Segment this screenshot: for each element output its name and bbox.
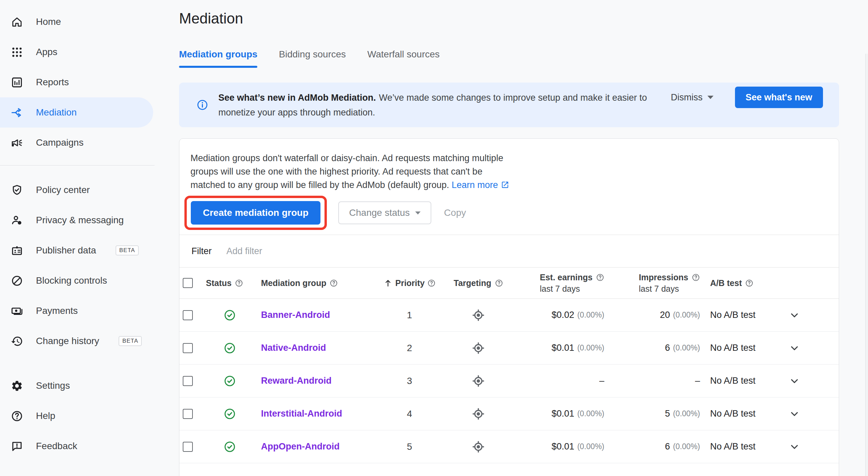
earnings-value: $0.01 (552, 409, 575, 419)
sidebar-item-label: Policy center (36, 184, 90, 195)
home-icon (11, 16, 23, 28)
help-tooltip-icon[interactable] (692, 273, 700, 282)
vertical-scrollbar[interactable] (865, 54, 868, 476)
targeting-icon (472, 309, 485, 321)
impressions-value: 6 (665, 441, 670, 452)
column-header-impressions: Impressions last 7 days (604, 272, 700, 295)
sidebar-item-settings[interactable]: Settings (0, 371, 153, 401)
row-checkbox[interactable] (183, 343, 193, 353)
payments-bill-icon (11, 305, 23, 317)
expand-row-chevron-icon[interactable] (789, 441, 800, 452)
banner-message: See what’s new in AdMob Mediation.We’ve … (218, 90, 655, 120)
sidebar-item-help[interactable]: Help (0, 401, 153, 431)
help-tooltip-icon[interactable] (495, 279, 503, 287)
earnings-value: $0.01 (552, 441, 575, 452)
change-status-button[interactable]: Change status (338, 201, 431, 224)
sidebar-item-mediation[interactable]: Mediation (0, 97, 153, 128)
create-mediation-group-button[interactable]: Create mediation group (191, 201, 320, 225)
column-header-priority[interactable]: Priority (369, 278, 450, 288)
impressions-percent: (0.00%) (673, 442, 700, 451)
help-tooltip-icon[interactable] (596, 273, 604, 282)
targeting-icon (472, 375, 485, 387)
ab-test-value: No A/B test (710, 409, 755, 419)
sidebar-item-feedback[interactable]: Feedback (0, 431, 153, 461)
column-header-mediation-group: Mediation group (255, 278, 369, 288)
status-active-icon (224, 441, 236, 453)
tab-mediation-groups[interactable]: Mediation groups (179, 49, 257, 68)
add-filter-input[interactable]: Add filter (226, 246, 262, 257)
mediation-group-link[interactable]: Reward-Android (261, 376, 332, 386)
help-tooltip-icon[interactable] (427, 279, 436, 287)
mediation-group-link[interactable]: Native-Android (261, 343, 326, 353)
status-active-icon (224, 375, 236, 387)
sidebar-item-campaigns[interactable]: Campaigns (0, 128, 153, 158)
sidebar-item-home[interactable]: Home (0, 7, 153, 37)
sidebar-item-change-history[interactable]: Change history BETA (0, 326, 153, 356)
sidebar-item-payments[interactable]: Payments (0, 296, 153, 326)
beta-badge: BETA (116, 245, 139, 256)
column-header-ab-test: A/B test (700, 278, 772, 288)
table-row: Interstitial-Android 4 $0.01(0.00%) 5(0.… (179, 398, 839, 430)
sidebar-item-label: Help (36, 411, 55, 421)
expand-row-chevron-icon[interactable] (789, 375, 800, 387)
earnings-percent: (0.00%) (577, 442, 604, 451)
priority-value: 1 (407, 310, 412, 320)
reports-icon (11, 76, 23, 89)
earnings-value: $0.01 (552, 343, 575, 353)
row-checkbox[interactable] (183, 310, 193, 320)
impressions-value: – (695, 376, 700, 386)
see-whats-new-button[interactable]: See what's new (735, 87, 823, 108)
privacy-person-icon (11, 214, 23, 227)
mediation-groups-description: Mediation groups don't waterfall or dais… (190, 151, 513, 192)
sidebar-item-label: Mediation (36, 107, 76, 118)
sidebar-item-apps[interactable]: Apps (0, 37, 153, 67)
sidebar-item-label: Home (36, 16, 61, 27)
copy-button[interactable]: Copy (444, 207, 466, 218)
sidebar-item-blocking-controls[interactable]: Blocking controls (0, 266, 153, 296)
sidebar-divider (0, 165, 155, 166)
help-tooltip-icon[interactable] (745, 279, 753, 287)
row-checkbox[interactable] (183, 409, 193, 419)
tab-waterfall-sources[interactable]: Waterfall sources (368, 49, 440, 68)
sidebar-item-label: Payments (36, 305, 78, 316)
help-circle-icon (11, 410, 23, 422)
expand-row-chevron-icon[interactable] (789, 408, 800, 419)
dismiss-button[interactable]: Dismiss (671, 92, 713, 103)
earnings-value: – (599, 376, 604, 386)
ab-test-value: No A/B test (710, 441, 755, 452)
sidebar-item-label: Change history (36, 336, 99, 346)
tab-bidding-sources[interactable]: Bidding sources (279, 49, 346, 68)
external-link-icon (501, 180, 509, 189)
column-header-targeting: Targeting (450, 278, 507, 288)
filter-label: Filter (191, 246, 212, 257)
sidebar-item-policy-center[interactable]: Policy center (0, 175, 153, 205)
mediation-group-link[interactable]: AppOpen-Android (261, 441, 340, 452)
row-checkbox[interactable] (183, 376, 193, 386)
main-content: Mediation Mediation groups Bidding sourc… (155, 0, 868, 476)
sidebar-item-reports[interactable]: Reports (0, 67, 153, 97)
row-checkbox[interactable] (183, 442, 193, 452)
sidebar-item-publisher-data[interactable]: Publisher data BETA (0, 235, 153, 266)
sidebar-item-label: Publisher data (36, 245, 96, 256)
table-header-row: Status Mediation group Priority Targetin… (179, 267, 839, 299)
filter-bar: Filter Add filter (179, 235, 839, 267)
column-header-status: Status (205, 278, 255, 288)
expand-row-chevron-icon[interactable] (789, 309, 800, 321)
targeting-icon (472, 440, 485, 453)
select-all-checkbox[interactable] (183, 278, 193, 288)
whats-new-banner: See what’s new in AdMob Mediation.We’ve … (179, 82, 839, 127)
sidebar-item-privacy-messaging[interactable]: Privacy & messaging (0, 205, 153, 235)
impressions-value: 5 (665, 409, 670, 419)
policy-shield-icon (11, 184, 23, 196)
help-tooltip-icon[interactable] (330, 279, 338, 287)
sidebar-item-label: Apps (36, 47, 57, 58)
expand-row-chevron-icon[interactable] (789, 342, 800, 354)
mediation-group-link[interactable]: Banner-Android (261, 310, 330, 320)
learn-more-link[interactable]: Learn more (452, 180, 509, 190)
help-tooltip-icon[interactable] (235, 279, 243, 287)
ab-test-value: No A/B test (710, 310, 755, 320)
table-body: Banner-Android 1 $0.02(0.00%) 20(0.00%) … (179, 299, 839, 463)
mediation-group-link[interactable]: Interstitial-Android (261, 409, 342, 419)
history-clock-icon (11, 335, 23, 347)
impressions-percent: (0.00%) (673, 409, 700, 418)
